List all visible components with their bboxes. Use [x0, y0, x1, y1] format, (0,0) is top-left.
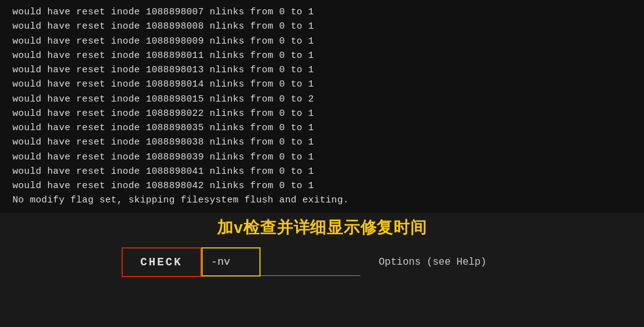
terminal-line: would have reset inode 1088898011 nlinks…	[12, 49, 644, 63]
terminal-line: would have reset inode 1088898009 nlinks…	[12, 34, 644, 49]
extra-input[interactable]	[261, 249, 360, 276]
terminal-line: would have reset inode 1088898042 nlinks…	[12, 179, 644, 193]
controls-row: CHECK Options (see Help)	[0, 241, 644, 283]
annotation-row: 加v检查并详细显示修复时间	[0, 213, 644, 241]
options-input[interactable]	[201, 247, 261, 277]
terminal-line: would have reset inode 1088898013 nlinks…	[12, 63, 644, 77]
terminal-line: would have reset inode 1088898022 nlinks…	[12, 107, 644, 121]
annotation-text: 加v检查并详细显示修复时间	[217, 217, 427, 239]
terminal-line: would have reset inode 1088898039 nlinks…	[12, 150, 644, 164]
terminal-line: would have reset inode 1088898015 nlinks…	[12, 92, 644, 107]
options-label: Options (see Help)	[379, 257, 487, 268]
terminal-line: would have reset inode 1088898035 nlinks…	[12, 121, 644, 135]
terminal-line: No modify flag set, skipping filesystem …	[12, 193, 644, 207]
terminal-line: would have reset inode 1088898041 nlinks…	[12, 164, 644, 179]
check-button[interactable]: CHECK	[122, 247, 201, 277]
terminal-area: would have reset inode 1088898007 nlinks…	[0, 0, 644, 213]
terminal-line: would have reset inode 1088898038 nlinks…	[12, 135, 644, 149]
terminal-line: would have reset inode 1088898014 nlinks…	[12, 77, 644, 92]
terminal-line: would have reset inode 1088898008 nlinks…	[12, 19, 644, 34]
terminal-line: would have reset inode 1088898007 nlinks…	[12, 5, 644, 19]
